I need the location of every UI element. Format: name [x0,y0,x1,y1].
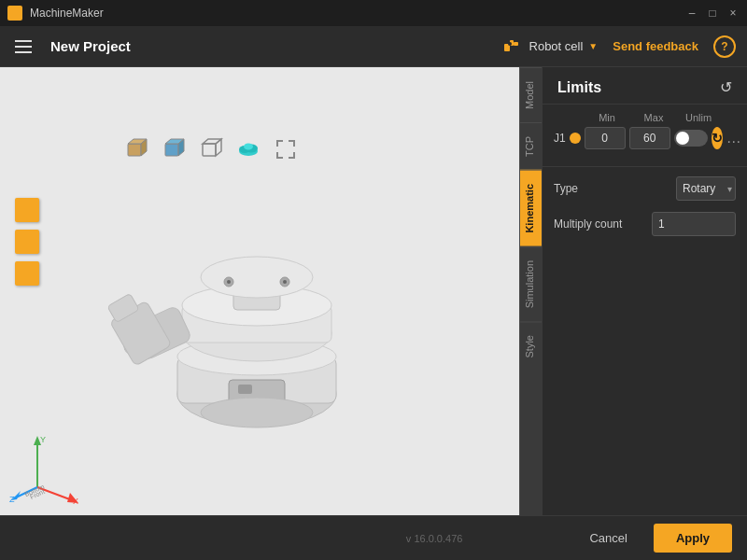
view-cube-side-button[interactable] [159,134,189,164]
svg-point-3 [508,42,512,46]
tab-simulation[interactable]: Simulation [520,246,542,321]
project-title: New Project [50,38,131,54]
robot-cell-label: Robot cell [529,39,584,53]
unlim-header: Unlim [677,112,720,123]
spinner-button-j1[interactable]: ↻ [712,127,723,149]
viewport-toolbar [121,134,301,164]
max-input-j1[interactable] [629,127,670,149]
svg-rect-7 [165,144,178,156]
tab-kinematic[interactable]: Kinematic [520,170,542,246]
maximize-button[interactable]: □ [706,7,719,20]
type-label: Type [554,182,578,195]
limits-table: Min Max Unlim J1 ↻ … [543,105,747,162]
hamburger-line [15,51,32,53]
unlim-toggle-j1[interactable] [674,130,708,147]
svg-rect-2 [514,42,518,46]
hamburger-line [15,46,32,48]
side-box-1[interactable] [15,198,39,222]
coordinate-axis: Y X Z Bottom Front [9,431,84,506]
joint-dot-j1 [570,133,581,144]
close-button[interactable]: × [726,7,740,20]
svg-rect-10 [203,144,216,156]
minimize-button[interactable]: – [685,7,698,20]
robot-icon [500,35,522,58]
help-button[interactable]: ? [713,35,736,58]
svg-rect-4 [128,144,141,156]
svg-point-35 [201,398,313,427]
max-header: Max [630,112,677,123]
more-options-j1[interactable]: … [726,130,742,147]
toggle-knob-j1 [676,132,689,145]
hamburger-menu[interactable] [11,36,35,57]
svg-rect-34 [238,385,252,394]
window-controls: – □ × [685,7,740,20]
type-select-wrapper: Rotary Linear Fixed ▾ [676,176,736,201]
multiply-count-input[interactable] [652,212,736,236]
robot-3d-view [75,161,430,478]
bottom-actions: Cancel Apply [574,524,732,553]
svg-point-24 [201,257,313,298]
multiply-count-label: Multiply count [554,217,622,231]
tab-style[interactable]: Style [520,321,542,371]
side-box-2[interactable] [15,230,39,254]
3d-viewport[interactable]: Y X Z Bottom Front [0,67,519,515]
hamburger-line [15,40,32,42]
min-header: Min [584,112,630,123]
app-bar-center: Robot cell ▼ Send feedback ? [500,35,736,58]
apply-button[interactable]: Apply [654,524,732,553]
cancel-button[interactable]: Cancel [574,525,641,551]
title-bar-left: MachineMaker [7,6,104,21]
svg-point-31 [227,280,231,284]
limits-header-row: Min Max Unlim [554,112,736,123]
side-item-list [15,198,39,286]
view-cloud-button[interactable] [233,134,263,164]
svg-marker-12 [216,139,221,156]
side-box-3[interactable] [15,261,39,286]
app-bar: New Project Robot cell ▼ Send feedback ? [0,26,747,67]
view-cube-wireframe-button[interactable] [196,134,226,164]
svg-text:Y: Y [40,435,46,444]
view-cube-front-button[interactable] [121,134,151,164]
app-bar-left: New Project [11,36,131,57]
joint-row-j1: J1 ↻ … [554,127,736,149]
min-input-j1[interactable] [585,127,626,149]
svg-text:X: X [73,497,78,506]
bottom-bar: v 16.0.0.476 Cancel Apply [0,515,747,560]
expand-button[interactable] [271,134,301,164]
type-property-row: Type Rotary Linear Fixed ▾ [543,171,747,206]
send-feedback-button[interactable]: Send feedback [605,35,706,57]
panel-title: Limits [557,79,601,96]
joint-label-j1: J1 [554,132,566,145]
type-select[interactable]: Rotary Linear Fixed [676,176,736,201]
app-name: MachineMaker [30,7,104,20]
multiply-count-row: Multiply count [543,206,747,242]
svg-text:Z: Z [9,495,15,504]
tab-tcp[interactable]: TCP [520,122,542,170]
robot-cell-dropdown[interactable]: Robot cell ▼ [529,39,599,53]
panel-header: Limits ↺ [543,67,747,105]
svg-point-16 [244,144,253,150]
side-tabs-panel: Model TCP Kinematic Simulation Style [519,67,542,515]
right-panel: Limits ↺ Min Max Unlim J1 ↻ … [542,67,747,515]
reset-icon[interactable]: ↺ [720,78,732,96]
svg-point-32 [283,280,287,284]
title-bar: MachineMaker – □ × [0,0,747,26]
version-label: v 16.0.0.476 [406,533,463,544]
divider [543,166,747,167]
app-icon [7,6,22,21]
dropdown-arrow-icon: ▼ [588,41,598,51]
tab-model[interactable]: Model [520,67,542,122]
